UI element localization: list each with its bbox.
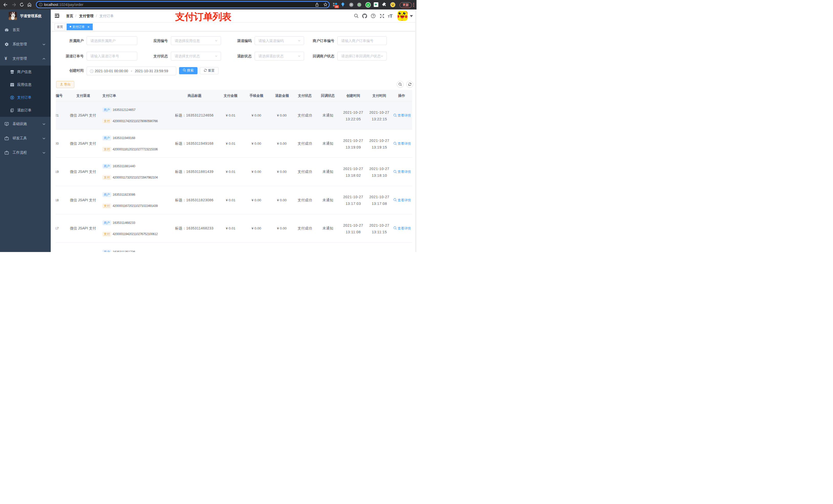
- svg-text:⌘: ⌘: [350, 3, 353, 6]
- svg-text:y: y: [367, 3, 369, 6]
